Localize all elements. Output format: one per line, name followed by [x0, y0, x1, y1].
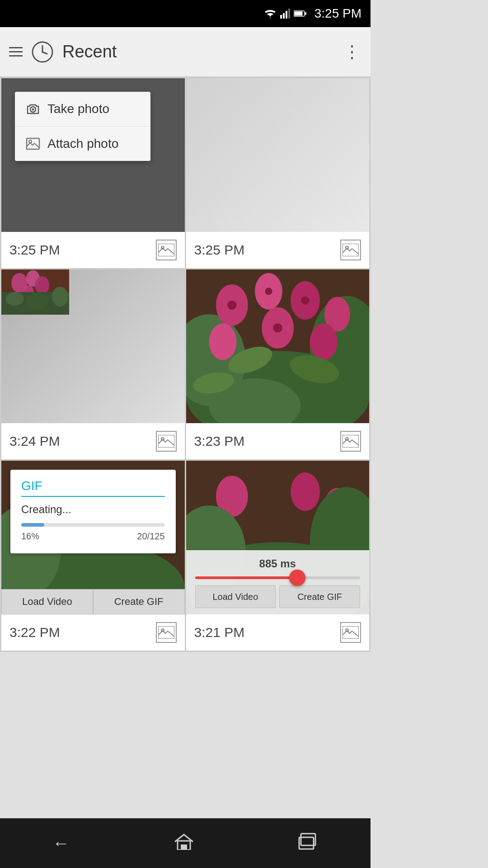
status-icons: 3:25 PM — [264, 6, 361, 21]
card-5-footer: 3:22 PM — [1, 614, 185, 651]
home-icon — [174, 833, 194, 850]
gif-progress-fill — [21, 523, 44, 527]
svg-rect-2 — [286, 11, 287, 19]
card-5-time: 3:22 PM — [9, 625, 60, 640]
image-icon — [26, 137, 40, 151]
card-3-img-icon[interactable] — [156, 431, 177, 452]
gif-stats: 16% 20/125 — [21, 531, 165, 542]
svg-rect-6 — [305, 12, 306, 15]
slider-fill — [195, 576, 298, 579]
gif-percent: 16% — [21, 531, 39, 542]
back-button[interactable]: ← — [52, 834, 70, 853]
svg-point-41 — [310, 323, 337, 360]
video-load-button[interactable]: Load Video — [195, 585, 276, 608]
take-photo-label: Take photo — [47, 102, 109, 116]
card-6-photo-icon — [343, 626, 359, 639]
gif-frames: 20/125 — [137, 531, 164, 542]
svg-rect-13 — [27, 138, 39, 149]
card-3-time: 3:24 PM — [9, 434, 60, 449]
svg-point-25 — [6, 292, 24, 306]
card-5-image: GIF Creating... 16% 20/125 Load Video Cr… — [1, 461, 185, 614]
video-buttons: Load Video Create GIF — [195, 585, 361, 608]
slider-thumb[interactable] — [289, 570, 305, 586]
gif-load-video-button[interactable]: Load Video — [1, 589, 93, 614]
gif-popup: GIF Creating... 16% 20/125 — [10, 470, 176, 553]
status-bar: 3:25 PM — [0, 0, 371, 27]
card-3-image — [1, 269, 185, 423]
card-5: GIF Creating... 16% 20/125 Load Video Cr… — [1, 461, 185, 651]
card-4-time: 3:23 PM — [194, 434, 245, 449]
bottom-navigation: ← — [0, 818, 371, 868]
card-3-photo-icon — [158, 435, 174, 448]
attach-photo-item[interactable]: Attach photo — [15, 127, 150, 161]
card-2-image — [186, 78, 370, 232]
card-1: Take photo Attach photo 3:25 PM — [1, 78, 185, 268]
svg-point-44 — [301, 297, 309, 305]
svg-rect-0 — [280, 15, 282, 19]
card-4-photo-icon — [343, 435, 359, 448]
card-1-photo-icon — [158, 244, 174, 256]
gif-create-button[interactable]: Create GIF — [93, 589, 185, 614]
gif-creating-text: Creating... — [21, 503, 165, 516]
svg-point-43 — [265, 288, 272, 295]
gif-divider — [21, 496, 165, 497]
attach-photo-label: Attach photo — [47, 137, 118, 151]
svg-point-10 — [42, 51, 43, 53]
card-6: 885 ms Load Video Create GIF 3:21 PM — [186, 461, 370, 651]
recents-icon — [298, 833, 318, 850]
recents-button[interactable] — [298, 833, 318, 854]
gif-buttons: Load Video Create GIF — [1, 589, 185, 614]
status-time: 3:25 PM — [314, 6, 361, 21]
card-3: 3:24 PM — [1, 269, 185, 459]
card-6-image: 885 ms Load Video Create GIF — [186, 461, 370, 614]
page-title: Recent — [62, 42, 117, 61]
clock-icon — [31, 40, 54, 64]
card-1-footer: 3:25 PM — [1, 232, 185, 268]
dropdown-popup: Take photo Attach photo — [15, 92, 150, 161]
card-6-time: 3:21 PM — [194, 625, 245, 640]
flower-thumb — [1, 269, 69, 315]
take-photo-item[interactable]: Take photo — [15, 92, 150, 127]
card-6-img-icon[interactable] — [340, 622, 361, 643]
svg-rect-3 — [288, 9, 290, 19]
card-1-time: 3:25 PM — [9, 242, 60, 258]
card-6-footer: 3:21 PM — [186, 614, 370, 651]
svg-point-42 — [227, 301, 236, 310]
card-4: 3:23 PM — [186, 269, 370, 459]
card-2-img-icon[interactable] — [340, 240, 361, 260]
flower-thumb-svg — [1, 269, 69, 315]
svg-rect-69 — [181, 844, 187, 850]
svg-point-45 — [273, 323, 282, 332]
wifi-icon — [264, 9, 277, 19]
svg-point-62 — [291, 472, 320, 511]
video-create-gif-button[interactable]: Create GIF — [279, 585, 360, 608]
signal-icon — [280, 9, 290, 19]
gif-progress-bar — [21, 523, 165, 527]
flower-full-svg — [186, 269, 370, 423]
card-2: 3:25 PM — [186, 78, 370, 268]
card-4-img-icon[interactable] — [340, 431, 361, 452]
svg-rect-1 — [283, 13, 285, 19]
more-options-button[interactable]: ⋮ — [343, 42, 361, 62]
top-bar-left: Recent — [9, 40, 117, 64]
svg-point-27 — [52, 287, 68, 307]
card-1-image: Take photo Attach photo — [1, 78, 185, 232]
card-4-image — [186, 269, 370, 423]
video-ms-display: 885 ms — [195, 557, 361, 570]
video-slider[interactable] — [195, 576, 361, 579]
card-3-footer: 3:24 PM — [1, 423, 185, 459]
card-4-footer: 3:23 PM — [186, 423, 370, 459]
svg-point-26 — [26, 293, 49, 309]
home-button[interactable] — [174, 832, 194, 854]
top-bar: Recent ⋮ — [0, 27, 371, 77]
svg-rect-5 — [294, 12, 302, 16]
card-2-footer: 3:25 PM — [186, 232, 370, 268]
battery-icon — [294, 10, 306, 17]
card-5-img-icon[interactable] — [156, 622, 177, 643]
card-2-photo-icon — [343, 244, 359, 256]
gif-title: GIF — [21, 479, 165, 493]
hamburger-menu[interactable] — [9, 47, 23, 57]
card-2-time: 3:25 PM — [194, 242, 245, 258]
svg-point-39 — [209, 323, 236, 360]
card-1-img-icon[interactable] — [156, 240, 177, 260]
